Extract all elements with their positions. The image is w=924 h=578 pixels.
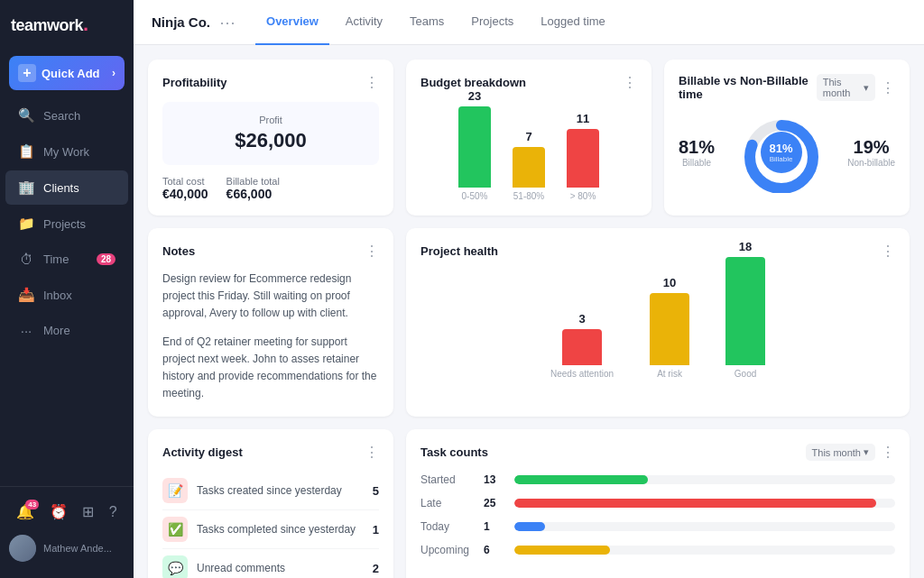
content-grid: Profitability ⋮ Profit $26,000 Total cos… xyxy=(134,45,924,578)
bar xyxy=(458,106,491,188)
task-bar xyxy=(514,475,648,484)
health-bar-label: At risk xyxy=(657,369,682,379)
activity-item: 💬 Unread comments 2 xyxy=(162,549,379,578)
bar-value: 7 xyxy=(525,130,531,143)
task-bar-wrap xyxy=(514,475,895,484)
tab-teams[interactable]: Teams xyxy=(399,0,455,45)
activity-item: 📝 Tasks created since yesterday 5 xyxy=(162,472,379,510)
health-bar-group: 18 Good xyxy=(725,240,765,379)
sidebar-item-time[interactable]: ⏱ Time 28 xyxy=(5,243,128,276)
activity-title: Activity digest xyxy=(162,445,243,459)
tasks-title: Task counts xyxy=(420,445,488,459)
task-row-label: Started xyxy=(420,473,475,486)
billable-card: Billable vs Non-Billable time This month… xyxy=(664,60,910,216)
timer-icon[interactable]: ⏰ xyxy=(50,503,68,520)
bar-label: > 80% xyxy=(570,191,596,201)
budget-menu-icon[interactable]: ⋮ xyxy=(623,74,637,91)
activity-item: ✅ Tasks completed since yesterday 1 xyxy=(162,510,379,549)
logo-text: teamwork. xyxy=(11,13,88,36)
user-profile[interactable]: Mathew Ande... xyxy=(0,528,134,569)
billable-total-label: Billable total xyxy=(226,176,280,187)
bar-value: 11 xyxy=(577,112,589,125)
donut-chart: 81% Billable xyxy=(736,112,827,193)
task-row: Today 1 xyxy=(420,520,895,533)
task-row-label: Today xyxy=(420,520,475,533)
billable-menu-icon[interactable]: ⋮ xyxy=(881,79,895,96)
notes-card: Notes ⋮ Design review for Ecommerce rede… xyxy=(148,228,393,417)
notes-para-1: Design review for Ecommerce redesign pro… xyxy=(162,271,379,323)
health-bar xyxy=(725,257,765,365)
budget-bar-group: 11 > 80% xyxy=(567,112,599,201)
task-bar xyxy=(514,546,610,555)
task-rows: Started 13 Late 25 Today 1 Upcoming 6 xyxy=(420,473,895,556)
tasks-menu-icon[interactable]: ⋮ xyxy=(881,444,895,461)
logo-dot: . xyxy=(83,13,88,35)
sidebar-item-more[interactable]: ··· More xyxy=(5,314,128,347)
tab-overview[interactable]: Overview xyxy=(255,0,329,45)
donut-center-value: 81% xyxy=(770,142,793,155)
budget-header: Budget breakdown ⋮ xyxy=(420,74,637,91)
company-menu-icon[interactable]: ⋯ xyxy=(219,13,236,32)
activity-item-label: Tasks created since yesterday xyxy=(197,484,364,497)
help-icon[interactable]: ? xyxy=(109,504,117,520)
time-icon: ⏱ xyxy=(18,252,34,267)
sidebar-item-clients[interactable]: 🏢 Clients xyxy=(5,170,128,205)
activity-item-label: Unread comments xyxy=(197,562,364,574)
profitability-menu-icon[interactable]: ⋮ xyxy=(365,74,379,91)
total-cost-label: Total cost xyxy=(162,176,208,187)
health-bar-group: 10 At risk xyxy=(650,276,689,379)
activity-item-label: Tasks completed since yesterday xyxy=(197,523,364,536)
sidebar-item-projects[interactable]: 📁 Projects xyxy=(5,206,128,241)
tab-activity[interactable]: Activity xyxy=(335,0,393,45)
task-bar-wrap xyxy=(514,522,895,531)
plus-icon: + xyxy=(18,64,36,82)
health-header: Project health ⋮ xyxy=(420,243,895,260)
avatar xyxy=(9,535,36,562)
profitability-header: Profitability ⋮ xyxy=(162,74,379,91)
budget-bar-group: 23 0-50% xyxy=(458,89,491,201)
billable-title: Billable vs Non-Billable time xyxy=(679,74,817,101)
billable-period-select[interactable]: This month ▾ xyxy=(817,74,875,101)
notifications-badge: 43 xyxy=(25,500,39,509)
activity-menu-icon[interactable]: ⋮ xyxy=(365,444,379,461)
projects-icon: 📁 xyxy=(18,216,34,232)
sidebar-item-mywork[interactable]: 📋 My Work xyxy=(5,134,128,169)
profit-label: Profit xyxy=(175,115,366,125)
bar-value: 23 xyxy=(468,89,481,103)
sidebar-item-inbox[interactable]: 📥 Inbox xyxy=(5,278,128,312)
tab-logged-time[interactable]: Logged time xyxy=(530,0,616,45)
profitability-card: Profitability ⋮ Profit $26,000 Total cos… xyxy=(148,60,393,216)
tab-projects[interactable]: Projects xyxy=(460,0,524,45)
activity-item-count: 1 xyxy=(373,523,379,537)
sidebar-item-search[interactable]: 🔍 Search xyxy=(5,98,128,133)
quick-add-button[interactable]: + Quick Add › xyxy=(9,56,125,90)
more-icon: ··· xyxy=(18,323,34,338)
non-billable-pct: 19% xyxy=(847,137,895,158)
task-bar-wrap xyxy=(514,546,895,555)
donut-center-label: Billable xyxy=(770,155,793,163)
health-bar-value: 10 xyxy=(663,276,676,289)
tasks-period-select[interactable]: This month ▾ xyxy=(806,444,875,461)
task-row: Late 25 xyxy=(420,497,895,509)
clients-icon: 🏢 xyxy=(18,179,34,196)
health-bar xyxy=(650,293,689,365)
apps-icon[interactable]: ⊞ xyxy=(82,503,94,520)
main-content: Ninja Co. ⋯ Overview Activity Teams Proj… xyxy=(134,0,924,578)
activity-item-icon: 📝 xyxy=(162,478,188,503)
task-row: Upcoming 6 xyxy=(420,544,895,556)
notifications-icon[interactable]: 🔔 43 xyxy=(16,503,34,520)
donut-center: 81% Billable xyxy=(761,132,802,173)
billable-stat-left: 81% Billable xyxy=(679,137,715,168)
notes-para-2: End of Q2 retainer meeting for support p… xyxy=(162,334,379,403)
inbox-icon: 📥 xyxy=(18,287,34,303)
company-name: Ninja Co. xyxy=(152,14,210,30)
profit-stats: Total cost €40,000 Billable total €66,00… xyxy=(162,176,379,201)
notes-menu-icon[interactable]: ⋮ xyxy=(365,243,379,260)
notes-title: Notes xyxy=(162,244,195,258)
logo: teamwork. xyxy=(0,0,134,49)
project-health-card: Project health ⋮ 3 Needs attention 10 At… xyxy=(406,228,910,417)
sidebar: teamwork. + Quick Add › 🔍 Search 📋 My Wo… xyxy=(0,0,134,578)
health-menu-icon[interactable]: ⋮ xyxy=(881,243,895,260)
health-bar-label: Needs attention xyxy=(550,369,614,379)
sidebar-bottom: 🔔 43 ⏰ ⊞ ? Mathew Ande... xyxy=(0,486,134,578)
